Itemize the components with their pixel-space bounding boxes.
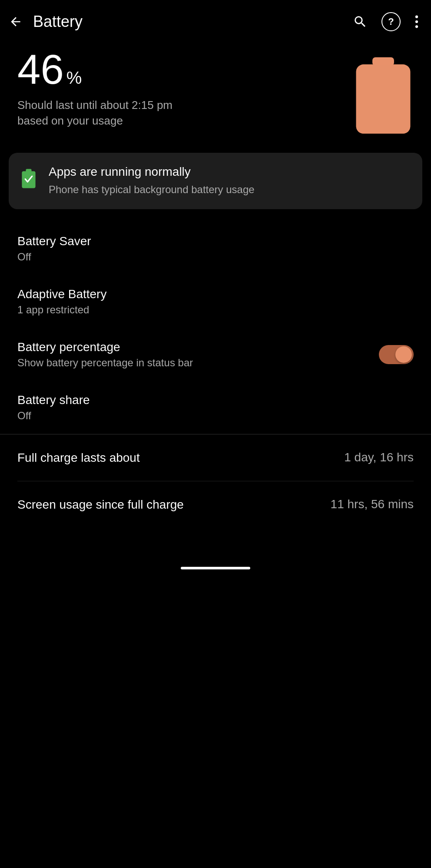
battery-share-item[interactable]: Battery share Off: [17, 381, 414, 434]
help-button[interactable]: ?: [381, 12, 401, 31]
battery-saver-title: Battery Saver: [17, 234, 414, 248]
status-card: Apps are running normally Phone has typi…: [9, 153, 422, 209]
battery-percentage-item[interactable]: Battery percentage Show battery percenta…: [17, 328, 414, 381]
svg-point-1: [415, 20, 418, 23]
top-bar-right: ?: [353, 12, 419, 31]
adaptive-battery-item[interactable]: Adaptive Battery 1 app restricted: [17, 275, 414, 328]
svg-rect-3: [372, 57, 394, 66]
battery-icon-container: [353, 57, 414, 135]
battery-saver-item[interactable]: Battery Saver Off: [17, 222, 414, 275]
page-title: Battery: [33, 13, 83, 31]
svg-point-0: [415, 16, 418, 18]
battery-saver-subtitle: Off: [17, 251, 414, 263]
status-text: Apps are running normally Phone has typi…: [49, 165, 410, 197]
battery-percentage-toggle[interactable]: [379, 345, 414, 364]
screen-usage-item: Screen usage since full charge 11 hrs, 5…: [17, 481, 414, 528]
battery-graphic: [353, 57, 414, 135]
full-charge-label: Full charge lasts about: [17, 449, 140, 466]
more-options-button[interactable]: [414, 14, 419, 29]
adaptive-battery-subtitle: 1 app restricted: [17, 304, 414, 316]
svg-rect-5: [356, 65, 411, 134]
settings-list: Battery Saver Off Adaptive Battery 1 app…: [0, 222, 431, 434]
battery-percentage-display: 46 %: [17, 49, 182, 90]
status-title: Apps are running normally: [49, 165, 410, 179]
svg-point-2: [415, 25, 418, 28]
battery-share-subtitle: Off: [17, 410, 414, 422]
back-button[interactable]: [9, 15, 23, 29]
bottom-bar: [0, 554, 431, 578]
adaptive-battery-text: Adaptive Battery 1 app restricted: [17, 287, 414, 316]
percent-symbol: %: [66, 68, 82, 88]
top-bar: Battery ?: [0, 0, 431, 40]
battery-overview: 46 % Should last until about 2:15 pm bas…: [0, 40, 431, 148]
adaptive-battery-title: Adaptive Battery: [17, 287, 414, 301]
battery-share-text: Battery share Off: [17, 393, 414, 422]
status-desc: Phone has typical background battery usa…: [49, 182, 410, 197]
toggle-knob: [395, 346, 412, 363]
stats-section: Full charge lasts about 1 day, 16 hrs Sc…: [0, 434, 431, 528]
battery-info: 46 % Should last until about 2:15 pm bas…: [17, 49, 182, 129]
screen-usage-label: Screen usage since full charge: [17, 496, 184, 513]
search-button[interactable]: [353, 14, 368, 29]
battery-percentage-title: Battery percentage: [17, 340, 379, 354]
percent-number: 46: [17, 49, 64, 90]
battery-saver-text: Battery Saver Off: [17, 234, 414, 263]
battery-share-title: Battery share: [17, 393, 414, 407]
top-bar-left: Battery: [9, 13, 83, 31]
battery-estimate: Should last until about 2:15 pm based on…: [17, 97, 182, 129]
battery-percentage-subtitle: Show battery percentage in status bar: [17, 357, 379, 369]
battery-ok-icon: [19, 167, 38, 189]
home-indicator[interactable]: [181, 567, 250, 569]
screen-usage-value: 11 hrs, 56 mins: [331, 497, 414, 511]
battery-percentage-text: Battery percentage Show battery percenta…: [17, 340, 379, 369]
full-charge-value: 1 day, 16 hrs: [344, 450, 414, 464]
full-charge-item: Full charge lasts about 1 day, 16 hrs: [17, 434, 414, 481]
svg-rect-7: [26, 169, 32, 172]
